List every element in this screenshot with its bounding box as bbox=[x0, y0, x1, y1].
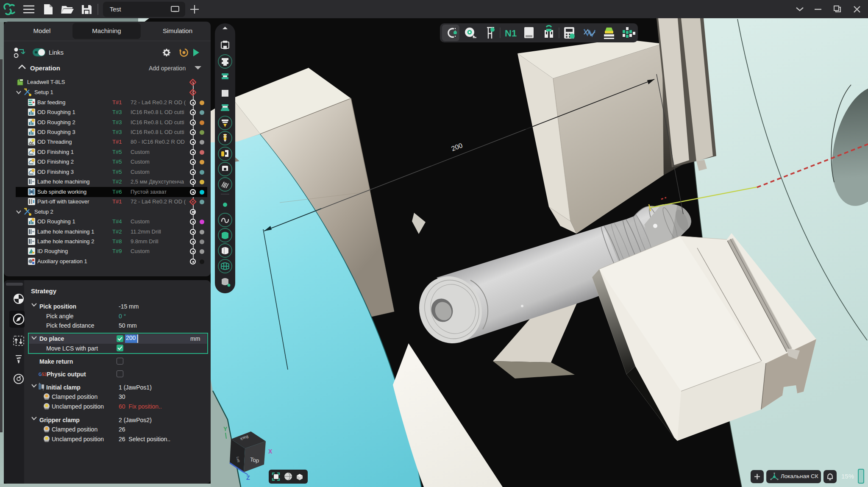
svg-text:N1: N1 bbox=[505, 28, 517, 39]
svg-text:Z: Z bbox=[246, 474, 250, 481]
svg-text:X: X bbox=[268, 448, 273, 455]
svg-text:Links: Links bbox=[49, 49, 64, 56]
svg-text:Y: Y bbox=[223, 426, 228, 432]
svg-text:Test: Test bbox=[110, 6, 121, 13]
